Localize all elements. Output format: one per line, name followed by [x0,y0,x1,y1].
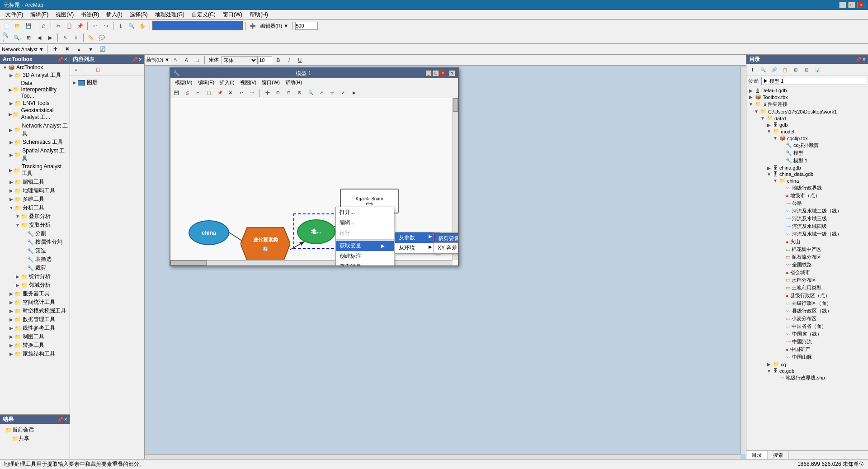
tree-arctoolbox[interactable]: ▼ 📦 ArcToolbox [0,64,70,71]
catalog-close-btn[interactable]: × [863,57,865,62]
na-btn3[interactable]: ▲ [74,44,84,54]
cat-capital-city[interactable]: ● 省会城市 [747,269,867,276]
model-tb7[interactable]: ↩ [236,88,246,98]
font-select[interactable]: 宋体 [222,56,258,64]
tree-spatial[interactable]: ▶ 📁 Spatial Analyst 工具 [0,147,70,163]
save-btn[interactable]: 💾 [24,21,33,31]
na-btn1[interactable]: ✚ [51,44,61,54]
menu-bookmark[interactable]: 书签(B) [77,10,103,19]
results-pin[interactable]: 📌 [57,417,63,422]
ctx-open[interactable]: 打开... [336,207,394,218]
model-menu-model[interactable]: 模型(M) [172,79,195,86]
location-input[interactable] [761,77,866,85]
full-extent-btn[interactable]: ⊞ [24,33,33,43]
cat-data1[interactable]: ▼ 📁 data1 [747,115,867,122]
close-btn[interactable]: × [857,2,864,8]
scale-input[interactable] [295,22,318,30]
draw-text[interactable]: A [181,55,191,65]
cut-btn[interactable]: ✂ [53,21,63,31]
tree-filter[interactable]: 🔧 筛造 [0,246,70,255]
menu-help[interactable]: 帮助(H) [246,10,272,19]
sub-from-env[interactable]: 从环境▶ [395,243,439,253]
ctx-view-msg[interactable]: 查看消息... [336,261,394,265]
model-menu-view[interactable]: 视图(V) [237,79,259,86]
cat-tb4[interactable]: 📋 [780,65,790,75]
draw-rect[interactable]: □ [192,55,202,65]
model-min-btn[interactable]: _ [425,70,432,76]
cat-china-river[interactable]: 〰 中国河流 [747,338,867,346]
cat-river3[interactable]: 〰 河流及水域三级 [747,215,867,223]
underline-btn[interactable]: U [295,55,305,65]
zoom-in-btn[interactable]: 🔍+ [2,33,12,43]
undo-btn[interactable]: ↩ [90,21,100,31]
tree-analysis[interactable]: ▼ 📁 分析工具 [0,204,70,212]
layer-group[interactable]: ▶ 图层 [72,78,142,87]
cat-county-poly[interactable]: ▭ 县级行政区（面） [747,299,867,307]
menu-window[interactable]: 窗口(W) [219,10,246,19]
results-close[interactable]: × [64,417,67,422]
measure-btn[interactable]: 📏 [86,33,96,43]
tree-spatial-stats[interactable]: ▶ 📁 空间统计工具 [0,298,70,307]
menu-customize[interactable]: 自定义(C) [188,10,219,19]
arctoolbox-close-btn[interactable]: × [64,57,67,62]
model-tb14[interactable]: ↗ [316,88,326,98]
cat-railway[interactable]: 〰 全国铁路 [747,261,867,269]
cat-model1[interactable]: 🔧 模型 1 [747,157,867,165]
font-size-input[interactable] [259,56,272,64]
cat-road[interactable]: 〰 公路 [747,199,867,207]
menu-view[interactable]: 视图(V) [52,10,77,19]
model-menu-edit[interactable]: 编辑(E) [195,79,217,86]
cat-tb3[interactable]: 🔗 [769,65,779,75]
cat-admin-shp[interactable]: 〰 地级行政界线.shp [747,374,867,382]
cat-tb7[interactable]: 📊 [812,65,822,75]
model-tb5[interactable]: 📌 [215,88,225,98]
model-canvas[interactable]: china [170,98,458,265]
minimize-btn[interactable]: _ [839,2,846,8]
list-btn3[interactable]: 📋 [93,65,103,75]
new-btn[interactable]: 📄 [2,21,12,31]
tree-clip[interactable]: 🔧 裁剪 [0,264,70,272]
add-data-btn[interactable]: ➕ [248,21,258,31]
model-tb13[interactable]: 🔍 [306,88,316,98]
ctx-getvar[interactable]: 获取变量▶ [336,241,394,251]
cat-cq-clip[interactable]: 🔧 cq拓扑裁剪 [747,142,867,149]
subsub-xy[interactable]: XY 容差 [434,243,458,253]
italic-btn[interactable]: I [284,55,294,65]
cat-gdb[interactable]: ▶ 🗄 gdb [747,122,867,128]
model-close-btn[interactable]: × [440,70,446,76]
menu-file[interactable]: 文件(F) [2,10,27,19]
na-btn2[interactable]: ✖ [62,44,72,54]
cat-tb1[interactable]: ⬆ [747,65,757,75]
tree-3d[interactable]: ▶ 📁 3D Analyst 工具 [0,71,70,80]
list-btn1[interactable]: ≡ [71,65,81,75]
model-help-btn[interactable]: ? [449,70,455,76]
tree-family[interactable]: ▶ 📁 家族结构工具 [0,350,70,358]
model-menu-window[interactable]: 窗口(W) [259,79,283,86]
content-close[interactable]: × [139,57,142,62]
model-tb15[interactable]: ✏ [327,88,337,98]
cat-china-data[interactable]: ▼ 🗄 china_data.gdb [747,171,867,177]
cat-cq[interactable]: ▶ 📁 cq [747,361,867,368]
cat-cq-gdb[interactable]: ▼ 🗄 cq.gdb [747,368,867,374]
tree-data-mgmt[interactable]: ▶ 📁 数据管理工具 [0,315,70,324]
cat-volcano[interactable]: ● 火山 [747,238,867,246]
menu-select[interactable]: 选择(S) [126,10,151,19]
cat-model[interactable]: ▼ 📁 model [747,128,867,135]
zoom-btn[interactable]: 🔍 [127,21,137,31]
model-tb16[interactable]: ✔ [338,88,348,98]
tree-linear[interactable]: ▶ 📁 线性参考工具 [0,324,70,332]
results-current[interactable]: 📁 当前会话 [4,426,66,434]
tree-table-select[interactable]: 🔧 表筛选 [0,255,70,264]
tree-multi[interactable]: ▶ 📁 多维工具 [0,195,70,204]
tree-interop[interactable]: ▶ 📁 Data Interoperability Too... [0,80,70,99]
tree-schematics[interactable]: ▶ 📁 Schematics 工具 [0,138,70,147]
draw-select[interactable]: ↖ [170,55,180,65]
copy-btn[interactable]: 📋 [64,21,74,31]
cat-cqclip[interactable]: ▼ 📦 cqclip.tbx [747,135,867,142]
model-tb12[interactable]: ⊠ [295,88,305,98]
model-tb2[interactable]: 🖨 [182,88,192,98]
cat-mountain[interactable]: 〰 中国山脉 [747,353,867,361]
cat-china-group[interactable]: ▼ 📁 china [747,177,867,184]
cat-folder-conn[interactable]: ▼ 📁 文件夹连接 [747,100,867,108]
prev-extent-btn[interactable]: ◀ [34,33,44,43]
